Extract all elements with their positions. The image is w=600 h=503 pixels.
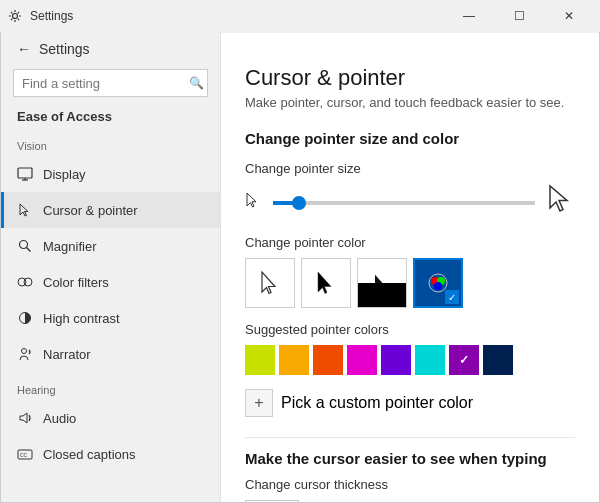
color-dot-1[interactable] xyxy=(279,345,309,375)
custom-color-row: + Pick a custom pointer color xyxy=(245,389,575,417)
pointer-color-options: ✓ xyxy=(245,258,575,308)
color-dot-4[interactable] xyxy=(381,345,411,375)
color-dot-6[interactable] xyxy=(449,345,479,375)
color-dot-7[interactable] xyxy=(483,345,513,375)
section-divider xyxy=(245,437,575,438)
svg-text:CC: CC xyxy=(20,452,28,458)
suggested-colors xyxy=(245,345,575,375)
sidebar-item-color-filters[interactable]: Color filters xyxy=(1,264,220,300)
main-content: Cursor & pointer Make pointer, cursor, a… xyxy=(221,33,599,503)
pointer-size-label: Change pointer size xyxy=(245,161,575,176)
svg-point-7 xyxy=(24,278,32,286)
cursor-thickness-label: Change cursor thickness xyxy=(245,477,575,492)
add-custom-color-button[interactable]: + xyxy=(245,389,273,417)
maximize-button[interactable]: ☐ xyxy=(496,0,542,32)
page-subtitle: Make pointer, cursor, and touch feedback… xyxy=(245,95,575,110)
search-input[interactable] xyxy=(13,69,208,97)
captions-label: Closed captions xyxy=(43,447,136,462)
black-cursor-icon xyxy=(314,270,338,296)
captions-icon: CC xyxy=(17,446,33,462)
sidebar-item-magnifier[interactable]: Magnifier xyxy=(1,228,220,264)
ease-of-access-heading: Ease of Access xyxy=(1,105,220,128)
display-label: Display xyxy=(43,167,86,182)
title-bar-left: Settings xyxy=(8,9,73,23)
color-swatch-colorful[interactable]: ✓ xyxy=(413,258,463,308)
audio-label: Audio xyxy=(43,411,76,426)
black-swatch-fill xyxy=(358,283,406,307)
pointer-size-slider-row xyxy=(245,184,575,221)
title-bar: Settings — ☐ ✕ xyxy=(0,0,600,32)
color-dot-2[interactable] xyxy=(313,345,343,375)
cursor-large-icon xyxy=(547,184,575,221)
sidebar-header[interactable]: ← Settings xyxy=(1,33,220,61)
hearing-section-label: Hearing xyxy=(1,372,220,400)
search-box[interactable]: 🔍 xyxy=(13,69,208,97)
svg-point-15 xyxy=(434,282,442,290)
svg-point-0 xyxy=(13,14,18,19)
section1-title: Change pointer size and color xyxy=(245,130,575,147)
sidebar-item-display[interactable]: Display xyxy=(1,156,220,192)
cursor-small-icon xyxy=(245,191,261,214)
magnifier-label: Magnifier xyxy=(43,239,96,254)
sidebar-item-narrator[interactable]: Narrator xyxy=(1,336,220,372)
svg-rect-1 xyxy=(18,168,32,178)
suggested-label: Suggested pointer colors xyxy=(245,322,575,337)
sidebar-item-closed-captions[interactable]: CC Closed captions xyxy=(1,436,220,472)
high-contrast-icon xyxy=(17,310,33,326)
color-dot-0[interactable] xyxy=(245,345,275,375)
custom-color-label: Pick a custom pointer color xyxy=(281,394,473,412)
audio-icon xyxy=(17,410,33,426)
close-button[interactable]: ✕ xyxy=(546,0,592,32)
color-filters-icon xyxy=(17,274,33,290)
magnifier-icon xyxy=(17,238,33,254)
sidebar-item-high-contrast[interactable]: High contrast xyxy=(1,300,220,336)
sidebar: ← Settings 🔍 Ease of Access Vision Displ… xyxy=(1,1,221,503)
settings-icon xyxy=(8,9,22,23)
display-icon xyxy=(17,166,33,182)
color-filters-label: Color filters xyxy=(43,275,109,290)
svg-point-4 xyxy=(20,241,28,249)
narrator-icon xyxy=(17,346,33,362)
section2-title: Make the cursor easier to see when typin… xyxy=(245,450,575,467)
title-bar-title: Settings xyxy=(30,9,73,23)
cursor-pointer-label: Cursor & pointer xyxy=(43,203,138,218)
pointer-size-slider[interactable] xyxy=(273,193,535,213)
sidebar-item-cursor[interactable]: Cursor & pointer xyxy=(1,192,220,228)
svg-line-5 xyxy=(27,248,31,252)
color-swatch-white[interactable] xyxy=(245,258,295,308)
svg-point-9 xyxy=(22,349,27,354)
pointer-color-label: Change pointer color xyxy=(245,235,575,250)
back-icon[interactable]: ← xyxy=(17,41,31,57)
cursor-pointer-icon xyxy=(17,202,33,218)
color-dot-5[interactable] xyxy=(415,345,445,375)
title-bar-controls: — ☐ ✕ xyxy=(446,0,592,32)
white-cursor-icon xyxy=(258,270,282,296)
high-contrast-label: High contrast xyxy=(43,311,120,326)
page-title: Cursor & pointer xyxy=(245,65,575,91)
minimize-button[interactable]: — xyxy=(446,0,492,32)
color-swatch-black[interactable] xyxy=(301,258,351,308)
selected-checkmark: ✓ xyxy=(445,290,459,304)
search-icon: 🔍 xyxy=(189,76,204,90)
color-dot-3[interactable] xyxy=(347,345,377,375)
narrator-label: Narrator xyxy=(43,347,91,362)
color-swatch-black-white[interactable] xyxy=(357,258,407,308)
sidebar-settings-label: Settings xyxy=(39,41,90,57)
vision-section-label: Vision xyxy=(1,128,220,156)
sidebar-item-audio[interactable]: Audio xyxy=(1,400,220,436)
